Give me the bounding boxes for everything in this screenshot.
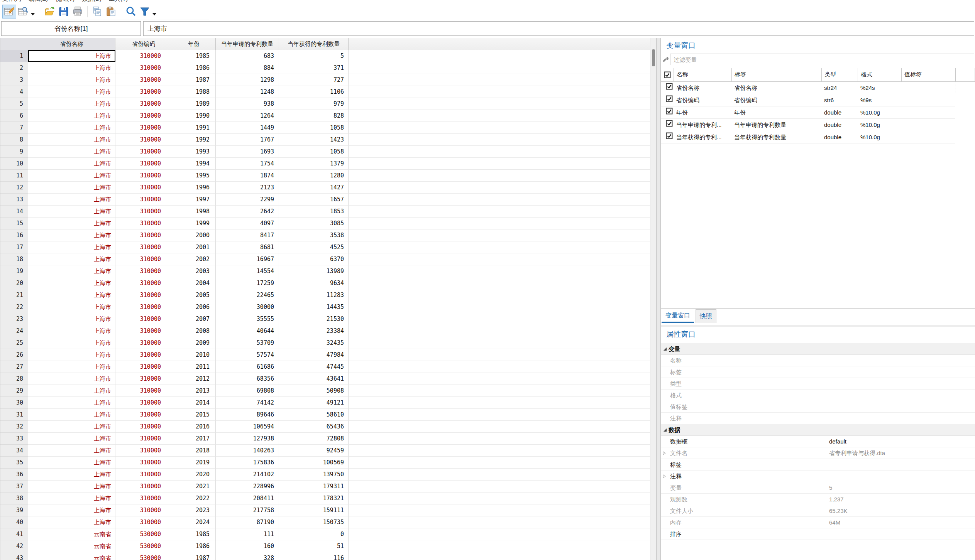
- variable-row[interactable]: 省份编码省份编码str6%9s: [661, 94, 955, 106]
- wrench-icon[interactable]: [662, 56, 669, 63]
- grid-cell[interactable]: 2003: [172, 265, 216, 277]
- row-header[interactable]: 15: [0, 218, 28, 229]
- grid-cell[interactable]: 上海市: [28, 122, 115, 134]
- grid-cell[interactable]: 云南省: [28, 552, 115, 560]
- variables-header-4[interactable]: 格式: [858, 68, 901, 82]
- grid-cell[interactable]: 1264: [216, 110, 279, 122]
- row-header[interactable]: 3: [0, 74, 28, 86]
- grid-cell[interactable]: 8417: [216, 229, 279, 241]
- menu-item[interactable]: 文件(F): [2, 0, 21, 3]
- variable-checkbox[interactable]: [663, 131, 673, 143]
- variable-filter-input[interactable]: [670, 54, 974, 65]
- property-row[interactable]: 变量5: [661, 482, 975, 494]
- row-header[interactable]: 22: [0, 301, 28, 313]
- grid-cell[interactable]: 47984: [279, 349, 349, 361]
- grid-cell[interactable]: 2123: [216, 182, 279, 194]
- row-header[interactable]: 35: [0, 457, 28, 469]
- grid-cell[interactable]: 214102: [216, 469, 279, 481]
- grid-cell[interactable]: 上海市: [28, 457, 115, 469]
- grid-cell[interactable]: 310000: [115, 433, 172, 445]
- grid-cell[interactable]: 1985: [172, 50, 216, 62]
- row-header[interactable]: 13: [0, 194, 28, 206]
- grid-cell[interactable]: 310000: [115, 206, 172, 218]
- grid-cell[interactable]: 310000: [115, 325, 172, 337]
- grid-cell[interactable]: 上海市: [28, 493, 115, 504]
- grid-cell[interactable]: 310000: [115, 445, 172, 457]
- grid-cell[interactable]: 2005: [172, 289, 216, 301]
- grid-cell[interactable]: 2024: [172, 516, 216, 528]
- grid-cell[interactable]: 1058: [279, 146, 349, 158]
- scrollbar-thumb[interactable]: [652, 49, 655, 66]
- grid-cell[interactable]: 1999: [172, 218, 216, 229]
- grid-cell[interactable]: 310000: [115, 301, 172, 313]
- grid-cell[interactable]: 310000: [115, 50, 172, 62]
- grid-cell[interactable]: 上海市: [28, 313, 115, 325]
- grid-cell[interactable]: 云南省: [28, 540, 115, 552]
- property-row[interactable]: 格式: [661, 390, 975, 401]
- grid-cell[interactable]: 6370: [279, 253, 349, 265]
- grid-cell-empty[interactable]: [349, 170, 650, 182]
- row-header[interactable]: 6: [0, 110, 28, 122]
- row-header[interactable]: 18: [0, 253, 28, 265]
- grid-cell[interactable]: 上海市: [28, 373, 115, 385]
- grid-cell[interactable]: 1106: [279, 86, 349, 98]
- grid-cell[interactable]: 1248: [216, 86, 279, 98]
- variables-header-1[interactable]: 名称: [674, 68, 731, 82]
- grid-cell[interactable]: 上海市: [28, 206, 115, 218]
- grid-cell[interactable]: 5: [279, 50, 349, 62]
- grid-cell[interactable]: 1280: [279, 170, 349, 182]
- grid-cell-empty[interactable]: [349, 229, 650, 241]
- row-header[interactable]: 20: [0, 277, 28, 289]
- grid-cell[interactable]: 2017: [172, 433, 216, 445]
- grid-cell[interactable]: 1449: [216, 122, 279, 134]
- row-header[interactable]: 26: [0, 349, 28, 361]
- grid-cell[interactable]: 22465: [216, 289, 279, 301]
- variable-checkbox[interactable]: [663, 82, 673, 94]
- grid-cell[interactable]: 328: [216, 552, 279, 560]
- grid-cell[interactable]: 1058: [279, 122, 349, 134]
- row-header[interactable]: 27: [0, 361, 28, 373]
- grid-cell[interactable]: 310000: [115, 313, 172, 325]
- grid-cell[interactable]: 上海市: [28, 74, 115, 86]
- grid-cell[interactable]: 310000: [115, 86, 172, 98]
- grid-cell[interactable]: 2002: [172, 253, 216, 265]
- grid-cell[interactable]: 14554: [216, 265, 279, 277]
- grid-cell[interactable]: 上海市: [28, 158, 115, 170]
- row-header[interactable]: 21: [0, 289, 28, 301]
- grid-cell[interactable]: 上海市: [28, 504, 115, 516]
- grid-cell[interactable]: 116: [279, 552, 349, 560]
- grid-cell[interactable]: 云南省: [28, 528, 115, 540]
- grid-cell[interactable]: 1853: [279, 206, 349, 218]
- grid-cell[interactable]: 310000: [115, 110, 172, 122]
- grid-cell[interactable]: 371: [279, 62, 349, 74]
- grid-cell[interactable]: 上海市: [28, 516, 115, 528]
- grid-cell[interactable]: 310000: [115, 74, 172, 86]
- grid-cell[interactable]: 139750: [279, 469, 349, 481]
- grid-cell[interactable]: 上海市: [28, 182, 115, 194]
- row-header[interactable]: 37: [0, 481, 28, 493]
- grid-cell[interactable]: 68356: [216, 373, 279, 385]
- grid-cell[interactable]: 65436: [279, 421, 349, 433]
- menu-item[interactable]: 视图(V): [55, 0, 74, 3]
- variables-header-5[interactable]: 值标签: [901, 68, 955, 82]
- grid-cell[interactable]: 179311: [279, 481, 349, 493]
- grid-cell[interactable]: 310000: [115, 98, 172, 110]
- grid-cell[interactable]: 310000: [115, 182, 172, 194]
- grid-cell[interactable]: 310000: [115, 337, 172, 349]
- grid-cell[interactable]: 上海市: [28, 289, 115, 301]
- grid-cell[interactable]: 1379: [279, 158, 349, 170]
- grid-cell[interactable]: 310000: [115, 493, 172, 504]
- grid-cell[interactable]: 11283: [279, 289, 349, 301]
- grid-cell[interactable]: 上海市: [28, 194, 115, 206]
- grid-cell[interactable]: 1985: [172, 528, 216, 540]
- grid-cell-empty[interactable]: [349, 86, 650, 98]
- grid-cell[interactable]: 上海市: [28, 241, 115, 253]
- property-row[interactable]: 注释: [661, 471, 975, 482]
- grid-cell-empty[interactable]: [349, 134, 650, 146]
- grid-cell-empty[interactable]: [349, 493, 650, 504]
- grid-cell[interactable]: 17259: [216, 277, 279, 289]
- grid-cell[interactable]: 2000: [172, 229, 216, 241]
- property-row[interactable]: 文件大小65.23K: [661, 505, 975, 517]
- grid-cell[interactable]: 310000: [115, 194, 172, 206]
- grid-cell[interactable]: 310000: [115, 170, 172, 182]
